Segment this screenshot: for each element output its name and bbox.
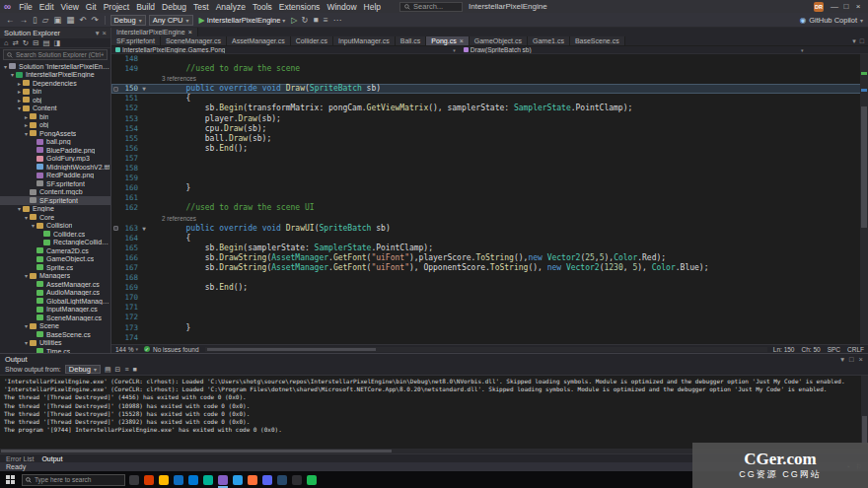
code-line-163[interactable]: 163▼ public override void DrawUI(SpriteB… (111, 224, 868, 234)
scrollbar-thumb[interactable] (207, 348, 376, 351)
menu-debug[interactable]: Debug (159, 2, 189, 12)
code-line-167[interactable]: 167 sb.DrawString(AssetManager.GetFont("… (111, 263, 868, 273)
tab-scenemanager-cs[interactable]: SceneManager.cs (161, 36, 227, 45)
start-button[interactable] (2, 472, 18, 488)
tree-item-content-mgcb[interactable]: Content.mgcb (0, 188, 110, 197)
output-vertical-scrollbar[interactable] (861, 376, 868, 449)
scrollbar-thumb[interactable] (1, 450, 392, 453)
code-line-161[interactable]: 161 (111, 193, 868, 203)
tree-item-obj[interactable]: ▸obj (0, 121, 110, 130)
code-line-166[interactable]: 166 sb.DrawString(AssetManager.GetFont("… (111, 253, 868, 263)
menu-edit[interactable]: Edit (36, 2, 57, 12)
tree-item-sf-spritefont[interactable]: SF.spritefont (0, 179, 110, 188)
stop-icon[interactable]: ■ (313, 15, 320, 25)
tree-item-scenemanager-cs[interactable]: SceneManager.cs (0, 314, 110, 322)
tree-item-managers[interactable]: ▾Managers (0, 272, 110, 281)
breakpoint-margin[interactable] (111, 87, 120, 92)
visual-studio-icon[interactable] (218, 475, 228, 485)
tab-sf-spritefont[interactable]: SF.spritefont (111, 36, 161, 45)
tree-item-globallightmanager-cs[interactable]: GlobalLightManager.cs (0, 297, 110, 306)
menu-help[interactable]: Help (361, 2, 384, 12)
menu-file[interactable]: File (16, 2, 36, 12)
code-line-155[interactable]: 155 ball.Draw(sb); (111, 134, 868, 144)
file-explorer-icon[interactable] (159, 475, 169, 485)
code-line-165[interactable]: 165 sb.Begin(samplerState: SamplerState.… (111, 244, 868, 253)
code-line-150[interactable]: 150▼ public override void Draw(SpriteBat… (111, 84, 868, 94)
stop-monitor-icon[interactable]: ■ (133, 366, 137, 374)
solution-search-input[interactable]: Search Solution Explorer (Ctrl+;) (3, 49, 108, 60)
code-line-159[interactable]: 159 (111, 174, 868, 183)
scrollbar-thumb[interactable] (861, 106, 867, 228)
tab-gameobject-cs[interactable]: GameObject.cs (470, 36, 528, 45)
tree-item-goldfury-mp3[interactable]: GoldFury.mp3 (0, 155, 110, 164)
show-all-files-icon[interactable]: ▤ (42, 38, 49, 47)
member-dropdown[interactable]: Draw(SpriteBatch sb) ▾ (460, 46, 808, 53)
tree-item-content[interactable]: ▾Content (0, 105, 110, 113)
code-line-169[interactable]: 169 sb.End(); (111, 283, 868, 293)
tree-item-camera2d-cs[interactable]: Camera2D.cs (0, 246, 110, 255)
expander-icon[interactable]: ▸ (23, 121, 30, 128)
tab-assetmanager-cs[interactable]: AssetManager.cs (227, 36, 291, 45)
task-view-icon[interactable] (129, 475, 139, 485)
tab-inputmanager-cs[interactable]: InputManager.cs (333, 36, 396, 45)
code-line-168[interactable]: 168 (111, 273, 868, 283)
editor-horizontal-scrollbar[interactable] (205, 347, 767, 352)
code-marker-icon[interactable] (113, 226, 118, 231)
code-line-156[interactable]: 156 sb.End(); (111, 144, 868, 154)
save-all-icon[interactable]: ▦ (65, 15, 75, 25)
spotify-icon[interactable] (307, 475, 317, 485)
code-editor[interactable]: 148149 //used to draw the scene 3 refere… (111, 54, 868, 344)
tree-item-time-cs[interactable]: Time.cs (0, 347, 110, 353)
steam-icon[interactable] (277, 475, 287, 485)
undo-icon[interactable]: ↶ (78, 15, 87, 25)
close-panel-icon[interactable]: × (859, 355, 863, 364)
tree-item-assetmanager-cs[interactable]: AssetManager.cs (0, 280, 110, 289)
expander-icon[interactable]: ▸ (23, 113, 30, 120)
mail-app-icon[interactable] (188, 475, 198, 485)
code-line-149[interactable]: 149 //used to draw the scene (111, 64, 868, 74)
code-line-170[interactable]: 170 (111, 293, 868, 303)
code-line-171[interactable]: 171 (111, 303, 868, 313)
code-marker-icon[interactable] (113, 87, 118, 92)
code-line-164[interactable]: 164 { (111, 234, 868, 244)
switch-views-icon[interactable]: ⇄ (13, 38, 19, 47)
tab-interstellarpixelengine[interactable]: InterstellarPixelEngine× (111, 28, 198, 36)
collapse-all-icon[interactable]: ⊟ (33, 38, 38, 47)
tree-item-utilities[interactable]: ▾Utilities (0, 339, 110, 348)
refresh-icon[interactable]: ↻ (23, 38, 29, 47)
github-copilot-button[interactable]: ◉ GitHub Copilot ▾ (800, 16, 863, 25)
fold-collapse-icon[interactable]: ▼ (140, 224, 148, 234)
tree-item-obj[interactable]: ▸obj (0, 96, 110, 105)
code-line-158[interactable]: 158 (111, 164, 868, 174)
expander-icon[interactable]: ▾ (2, 63, 9, 70)
tree-item-sf-spritefont[interactable]: SF.spritefont (0, 196, 110, 205)
tool-tab-error-list[interactable]: Error List (6, 455, 34, 462)
expander-icon[interactable]: ▾ (23, 339, 30, 346)
code-line-154[interactable]: 154 cpu.Draw(sb); (111, 124, 868, 134)
type-dropdown[interactable]: InterstellarPixelEngine.Games.Pong ▾ (111, 46, 460, 53)
menu-test[interactable]: Test (190, 2, 212, 12)
minimize-button[interactable]: — (829, 2, 840, 11)
start-without-debugging-icon[interactable]: ▷ (291, 16, 297, 25)
code-line-151[interactable]: 151 { (111, 94, 868, 104)
tool-tab-output[interactable]: Output (41, 455, 62, 462)
global-search-input[interactable]: Search... (399, 2, 463, 12)
expander-icon[interactable]: ▾ (16, 105, 23, 111)
open-file-icon[interactable]: ▱ (41, 15, 50, 25)
tree-item-ball-png[interactable]: ball.png (0, 138, 110, 147)
document-health-indicator[interactable]: ✓ No issues found (144, 346, 199, 353)
expander-icon[interactable]: ▾ (30, 222, 36, 229)
tree-item-collision[interactable]: ▾Collision (0, 222, 110, 231)
tree-item-bluepaddle-png[interactable]: BluePaddle.png (0, 146, 110, 155)
new-file-icon[interactable]: ▯ (32, 15, 38, 25)
menu-view[interactable]: View (58, 2, 82, 12)
tab-basescene-cs[interactable]: BaseScene.cs (570, 36, 625, 45)
messages-icon[interactable]: ▤ (105, 366, 111, 374)
output-text-area[interactable]: 'InterstellarPixelEngine.exe' (CoreCLR: … (0, 376, 868, 449)
editor-vertical-scrollbar[interactable] (860, 54, 868, 344)
tab-list-dropdown-icon[interactable]: ▾ (852, 37, 856, 45)
discord-icon[interactable] (262, 475, 272, 485)
step-icons[interactable]: ≡ (323, 15, 329, 25)
solution-explorer-header[interactable]: Solution Explorer ▾× (0, 28, 110, 38)
codelens-line[interactable]: 3 references (111, 74, 868, 84)
